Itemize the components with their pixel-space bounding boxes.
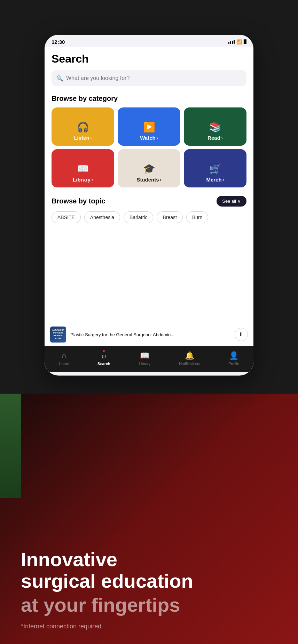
topic-section: Browse by topic See all ∨ ABSITE Anesthe… bbox=[52, 196, 246, 223]
nav-item-notifications[interactable]: 🔔 Notifications bbox=[179, 351, 200, 366]
promo-section: Innovativesurgical education at your fin… bbox=[0, 394, 298, 644]
promo-note: *Internet connection required. bbox=[21, 623, 277, 630]
status-bar: 12:30 📶 ▉ bbox=[45, 35, 253, 47]
status-icons: 📶 ▉ bbox=[228, 39, 246, 45]
category-card-students[interactable]: 🎓 Students › bbox=[118, 149, 180, 187]
search-nav-icon: ⌕ bbox=[102, 351, 106, 360]
nav-item-library[interactable]: 📖 Library bbox=[139, 351, 151, 366]
category-section: Browse by category 🎧 Listen › ▶️ Watch bbox=[52, 95, 246, 187]
cart-icon: 🛒 bbox=[209, 163, 221, 175]
now-playing-thumbnail: ANNALS OF SURGERY JOURNAL CLUB bbox=[50, 327, 66, 343]
library-icon: 📖 bbox=[77, 163, 89, 175]
search-input-wrapper: 🔍 bbox=[52, 70, 246, 86]
play-icon: ▶️ bbox=[143, 121, 155, 133]
topic-chip-bariatric[interactable]: Bariatric bbox=[124, 211, 153, 223]
promo-headline: Innovativesurgical education bbox=[21, 549, 277, 591]
category-label-merch: Merch › bbox=[206, 177, 224, 183]
topic-chip-breast[interactable]: Breast bbox=[157, 211, 182, 223]
topic-chip-anesthesia[interactable]: Anesthesia bbox=[84, 211, 120, 223]
battery-icon: ▉ bbox=[244, 40, 246, 44]
scroll-area[interactable]: Search 🔍 Browse by category 🎧 Listen › bbox=[45, 47, 253, 323]
see-all-button[interactable]: See all ∨ bbox=[217, 196, 246, 207]
home-icon: ⌂ bbox=[62, 351, 66, 360]
promo-background-image bbox=[0, 394, 21, 498]
category-label-listen: Listen › bbox=[74, 135, 92, 141]
nav-item-home[interactable]: ⌂ Home bbox=[59, 351, 69, 366]
pause-button[interactable]: ⏸ bbox=[235, 328, 248, 341]
phone-frame: 12:30 📶 ▉ Search 🔍 Browse by catego bbox=[45, 35, 253, 376]
search-nav-dot bbox=[103, 350, 105, 352]
topic-section-title: Browse by topic bbox=[52, 197, 105, 205]
pause-icon: ⏸ bbox=[238, 331, 244, 338]
promo-subline: at your fingertips bbox=[21, 594, 277, 616]
topic-header: Browse by topic See all ∨ bbox=[52, 196, 246, 207]
main-content: Search 🔍 Browse by category 🎧 Listen › bbox=[45, 47, 253, 372]
category-section-title: Browse by category bbox=[52, 95, 246, 103]
chevron-down-icon: ∨ bbox=[237, 199, 241, 204]
category-label-watch: Watch › bbox=[140, 135, 158, 141]
page-title: Search bbox=[52, 53, 246, 65]
topic-chip-burn[interactable]: Burn bbox=[186, 211, 209, 223]
book-icon: 📚 bbox=[209, 121, 221, 133]
topics-row: ABSITE Anesthesia Bariatric Breast Burn bbox=[52, 211, 246, 223]
category-card-library[interactable]: 📖 Library › bbox=[52, 149, 114, 187]
now-playing-title: Plastic Surgery for the General Surgeon:… bbox=[70, 332, 230, 337]
now-playing-bar[interactable]: ANNALS OF SURGERY JOURNAL CLUB Plastic S… bbox=[45, 323, 253, 346]
library-nav-icon: 📖 bbox=[140, 351, 149, 360]
search-icon: 🔍 bbox=[56, 75, 63, 82]
category-card-merch[interactable]: 🛒 Merch › bbox=[184, 149, 246, 187]
nav-item-search[interactable]: ⌕ Search bbox=[97, 351, 110, 366]
wifi-icon: 📶 bbox=[236, 39, 242, 45]
notifications-icon: 🔔 bbox=[185, 351, 194, 360]
search-input[interactable] bbox=[52, 70, 246, 86]
category-card-watch[interactable]: ▶️ Watch › bbox=[118, 107, 180, 146]
nav-item-profile[interactable]: 👤 Profile bbox=[228, 351, 239, 366]
category-card-read[interactable]: 📚 Read › bbox=[184, 107, 246, 146]
topic-chip-absite[interactable]: ABSITE bbox=[52, 211, 81, 223]
category-label-library: Library › bbox=[73, 177, 93, 183]
category-label-students: Students › bbox=[136, 177, 161, 183]
category-label-read: Read › bbox=[207, 135, 223, 141]
promo-text: Innovativesurgical education at your fin… bbox=[21, 549, 277, 630]
status-time: 12:30 bbox=[52, 39, 65, 45]
category-grid: 🎧 Listen › ▶️ Watch › bbox=[52, 107, 246, 187]
profile-icon: 👤 bbox=[229, 351, 238, 360]
category-card-listen[interactable]: 🎧 Listen › bbox=[52, 107, 114, 146]
graduation-icon: 🎓 bbox=[143, 163, 155, 175]
now-playing-info: Plastic Surgery for the General Surgeon:… bbox=[70, 332, 230, 337]
bottom-nav: ⌂ Home ⌕ Search 📖 Library 🔔 Notification… bbox=[45, 346, 253, 372]
headphones-icon: 🎧 bbox=[77, 121, 89, 133]
signal-icon bbox=[228, 40, 235, 44]
